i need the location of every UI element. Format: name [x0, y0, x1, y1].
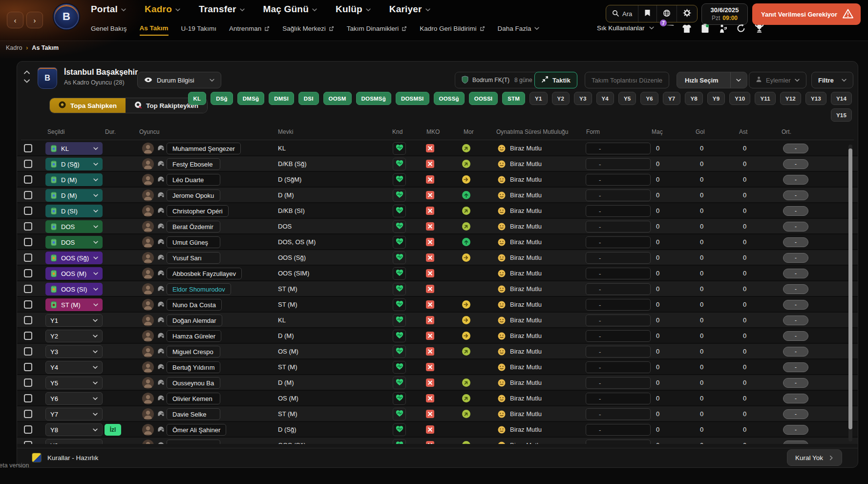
table-row[interactable]: D (SI) Christopher Opéri D/KB (SI) Biraz…	[17, 203, 858, 219]
column-header-mevki[interactable]: Mevki	[278, 128, 293, 135]
sub-chip-y7[interactable]: Y7	[663, 92, 680, 105]
position-chip-ooss[interactable]: OOSSğ	[434, 92, 465, 105]
table-row[interactable]: Y9 OOS (Sğ) Biraz Mutlu - 0 0 0 -	[17, 438, 858, 444]
player-name[interactable]: Hamza Güreler	[167, 330, 221, 342]
condition-cell[interactable]	[393, 345, 406, 358]
match-sharpness-icon[interactable]	[426, 379, 434, 387]
row-checkbox[interactable]	[24, 347, 32, 356]
helmet-icon[interactable]	[157, 285, 165, 292]
helmet-icon[interactable]	[157, 270, 165, 276]
player-photo[interactable]	[142, 299, 154, 311]
selection-pill-dropdown[interactable]: D (M)	[45, 173, 103, 186]
player-photo[interactable]	[142, 174, 154, 186]
breadcrumb-kadro[interactable]: Kadro	[6, 44, 22, 51]
nav-kariyer[interactable]: Kariyer	[389, 4, 430, 15]
form-cell[interactable]: -	[586, 252, 651, 264]
sub-chip-y15[interactable]: Y15	[831, 108, 852, 122]
nav-kul-p[interactable]: Kulüp	[336, 4, 371, 15]
player-photo[interactable]	[142, 252, 154, 264]
player-name[interactable]: Christopher Opéri	[167, 205, 229, 217]
row-checkbox[interactable]	[24, 332, 32, 340]
column-header-dur[interactable]: Dur.	[105, 128, 116, 135]
row-checkbox[interactable]	[24, 222, 32, 231]
selection-pill-dropdown[interactable]: OOS (SI)	[45, 283, 103, 295]
globe-button[interactable]	[656, 5, 677, 22]
match-sharpness-icon[interactable]	[426, 425, 434, 434]
scrollbar[interactable]	[848, 145, 852, 442]
row-checkbox[interactable]	[24, 425, 32, 434]
column-header-form[interactable]: Form	[586, 128, 600, 135]
morale-icon[interactable]	[462, 222, 470, 231]
player-photo[interactable]	[142, 283, 154, 295]
player-name[interactable]: Léo Duarte	[167, 174, 220, 186]
subnav-tak-m-dinamikleri[interactable]: Takım Dinamikleri	[347, 25, 407, 35]
table-row[interactable]: OOS (Sğ) Yusuf Sarı OOS (Sğ) Biraz Mutlu…	[17, 250, 858, 266]
player-name[interactable]: Muhammed Şengezer	[167, 143, 241, 154]
chevron-down-icon[interactable]	[24, 79, 30, 83]
match-sharpness-icon[interactable]	[426, 207, 434, 215]
player-photo[interactable]	[142, 205, 154, 217]
condition-cell[interactable]	[393, 423, 406, 436]
table-row[interactable]: Y7 Davie Selke ST (M) Biraz Mutlu - 0 0 …	[17, 406, 858, 422]
morale-icon[interactable]	[462, 207, 470, 215]
player-name[interactable]: Eldor Shomurodov	[167, 283, 231, 295]
sub-chip-y4[interactable]: Y4	[596, 92, 614, 105]
settings-button[interactable]	[677, 5, 697, 22]
helmet-icon[interactable]	[157, 332, 165, 339]
form-cell[interactable]: -	[586, 205, 651, 217]
view-selector-dropdown[interactable]: Durum Bilgisi	[137, 72, 221, 88]
player-name[interactable]: Miguel Crespo	[167, 346, 220, 358]
response-required-button[interactable]: Yanıt Verilmesi Gerekiyor	[752, 3, 861, 25]
sub-chip-y13[interactable]: Y13	[805, 92, 826, 105]
player-name[interactable]: Ömer Ali Şahiner	[167, 424, 226, 436]
form-cell[interactable]: -	[586, 189, 651, 201]
helmet-icon[interactable]	[157, 426, 165, 433]
morale-icon[interactable]	[462, 253, 470, 262]
selection-pill-dropdown[interactable]: Y5	[45, 377, 103, 389]
player-photo[interactable]	[142, 440, 154, 444]
subnav-antrenman[interactable]: Antrenman	[229, 25, 270, 35]
position-chip-dmsi[interactable]: DMSI	[269, 92, 294, 105]
form-cell[interactable]: -	[586, 174, 651, 186]
condition-cell[interactable]	[393, 377, 406, 389]
helmet-icon[interactable]	[157, 254, 165, 261]
condition-cell[interactable]	[393, 173, 406, 186]
match-sharpness-icon[interactable]	[426, 347, 434, 356]
helmet-icon[interactable]	[157, 238, 165, 245]
nav-ma-g-n[interactable]: Maç Günü	[263, 4, 317, 15]
selection-pill-dropdown[interactable]: Y6	[45, 392, 103, 405]
player-name[interactable]: Abbosbek Fayzullayev	[167, 268, 242, 279]
condition-cell[interactable]	[393, 267, 406, 280]
table-row[interactable]: D (M) Léo Duarte D (SğM) Biraz Mutlu - 0…	[17, 172, 858, 188]
table-row[interactable]: Y6 Olivier Kemen OS (M) Biraz Mutlu - 0 …	[17, 391, 858, 406]
form-cell[interactable]: -	[586, 440, 651, 444]
subnav-kadro-geri-bildirimi[interactable]: Kadro Geri Bildirimi	[420, 25, 485, 35]
table-row[interactable]: Y5 Ousseynou Ba D (M) Biraz Mutlu - 0 0 …	[17, 375, 858, 391]
morale-icon[interactable]	[462, 160, 470, 168]
form-cell[interactable]: -	[586, 330, 651, 342]
match-sharpness-icon[interactable]	[426, 285, 434, 293]
subnav-u-19-tak-m[interactable]: U-19 Takımı	[181, 25, 217, 35]
row-checkbox[interactable]	[24, 191, 32, 199]
tactics-button[interactable]: Taktik	[534, 72, 577, 88]
table-row[interactable]: D (Sğ) Festy Ebosele D/KB (Sğ) Biraz Mut…	[17, 156, 858, 172]
nav-portal[interactable]: Portal	[91, 4, 126, 15]
form-cell[interactable]: -	[586, 424, 651, 436]
table-row[interactable]: Y3 Miguel Crespo OS (M) Biraz Mutlu - 0 …	[17, 344, 858, 359]
table-row[interactable]: KL Muhammed Şengezer KL Biraz Mutlu - 0 …	[17, 141, 858, 156]
table-row[interactable]: Y2 Hamza Güreler D (M) Biraz Mutlu - 0 0…	[17, 328, 858, 344]
search-input[interactable]: Ara	[606, 5, 638, 22]
helmet-icon[interactable]	[157, 176, 165, 183]
selection-pill-dropdown[interactable]: Y9	[45, 439, 103, 444]
table-row[interactable]: Y8 İzl Ömer Ali Şahiner D (Sğ) Biraz Mut…	[17, 422, 858, 438]
helmet-icon[interactable]	[157, 316, 165, 323]
selection-pill-dropdown[interactable]: D (Sğ)	[45, 158, 103, 170]
bookmark-button[interactable]	[638, 5, 656, 22]
actions-dropdown[interactable]: Eylemler	[749, 72, 806, 88]
clipboard-button[interactable]	[699, 22, 711, 35]
table-row[interactable]: OOS (SI) Eldor Shomurodov ST (M) Biraz M…	[17, 281, 858, 297]
column-header-ma[interactable]: Maç	[652, 128, 663, 135]
row-checkbox[interactable]	[24, 379, 32, 387]
morale-icon[interactable]	[462, 347, 470, 356]
helmet-icon[interactable]	[157, 348, 165, 355]
